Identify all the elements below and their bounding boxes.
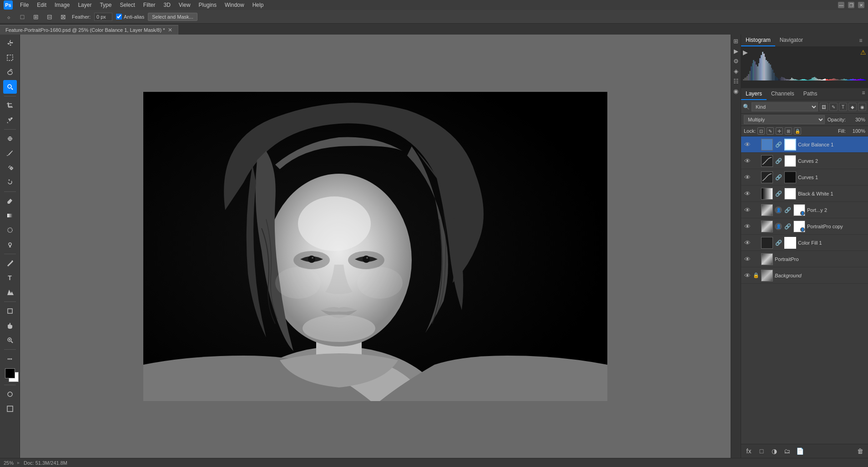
new-selection-icon[interactable]: □ bbox=[17, 12, 27, 22]
app-icon[interactable]: Ps bbox=[4, 0, 13, 10]
edit-in-quick-mask[interactable] bbox=[3, 387, 17, 401]
opacity-value[interactable]: 30% bbox=[847, 117, 865, 122]
lock-position-icon[interactable]: ✛ bbox=[776, 127, 783, 135]
add-mask-button[interactable]: □ bbox=[757, 446, 767, 456]
menu-layer[interactable]: Layer bbox=[74, 1, 95, 9]
blur-tool[interactable] bbox=[3, 223, 17, 237]
document-tab[interactable]: Feature-PortraitPro-1680.psd @ 25% (Colo… bbox=[0, 25, 178, 35]
tab-navigator[interactable]: Navigator bbox=[775, 35, 807, 46]
filter-pixel-icon[interactable]: 🖼 bbox=[820, 103, 828, 111]
layers-panel-menu[interactable]: ≡ bbox=[859, 88, 868, 97]
menu-file[interactable]: File bbox=[16, 1, 32, 9]
shape-tool[interactable] bbox=[3, 304, 17, 318]
menu-3d[interactable]: 3D bbox=[160, 1, 174, 9]
marquee-tool[interactable] bbox=[3, 51, 17, 65]
feather-input[interactable] bbox=[94, 13, 112, 21]
eyedropper-tool[interactable] bbox=[3, 113, 17, 127]
filter-type-icon[interactable]: T bbox=[839, 103, 847, 111]
menu-plugins[interactable]: Plugins bbox=[195, 1, 220, 9]
layer-row[interactable]: 👁 🔒 Background bbox=[741, 267, 868, 284]
hand-tool[interactable] bbox=[3, 319, 17, 332]
dodge-tool[interactable] bbox=[3, 238, 17, 251]
tool-preset-icon[interactable]: ⬦ bbox=[4, 12, 14, 22]
restore-button[interactable]: ❐ bbox=[848, 2, 854, 8]
layer-row[interactable]: 👁 🔗 Curves 1 bbox=[741, 169, 868, 186]
visibility-icon[interactable]: 👁 bbox=[744, 272, 751, 279]
filter-shape-icon[interactable]: ◆ bbox=[848, 103, 857, 111]
menu-select[interactable]: Select bbox=[116, 1, 138, 9]
layer-row[interactable]: 👁 🔗 Color Balance 1 bbox=[741, 136, 868, 153]
panel-menu-icon[interactable]: ≡ bbox=[856, 36, 865, 45]
healing-brush-tool[interactable] bbox=[3, 132, 17, 146]
layer-row[interactable]: 👁 👤 🔗 👤 Port...y 2 bbox=[741, 202, 868, 218]
libraries-icon[interactable]: ☷ bbox=[732, 76, 741, 85]
menu-filter[interactable]: Filter bbox=[140, 1, 159, 9]
pen-tool[interactable] bbox=[3, 256, 17, 270]
layer-row[interactable]: 👁 PortraitPro bbox=[741, 251, 868, 267]
clone-stamp-tool[interactable] bbox=[3, 161, 17, 175]
filter-adjust-icon[interactable]: ✎ bbox=[829, 103, 838, 111]
minimize-button[interactable]: — bbox=[838, 2, 844, 8]
gradient-tool[interactable] bbox=[3, 209, 17, 222]
tab-paths[interactable]: Paths bbox=[799, 88, 822, 100]
subtract-selection-icon[interactable]: ⊟ bbox=[45, 12, 55, 22]
visibility-icon[interactable]: 👁 bbox=[744, 223, 751, 230]
fill-value[interactable]: 100% bbox=[847, 128, 865, 134]
zoom-tool[interactable] bbox=[3, 333, 17, 347]
lock-artboard-icon[interactable]: ⊞ bbox=[785, 127, 792, 135]
lock-image-icon[interactable]: ✎ bbox=[767, 127, 774, 135]
adjustment-icon[interactable]: ◈ bbox=[732, 66, 741, 75]
settings-icon[interactable]: ⚙ bbox=[732, 56, 741, 65]
delete-layer-button[interactable]: 🗑 bbox=[855, 446, 865, 456]
layer-row[interactable]: 👁 👤 🔗 👤 PortraitPro copy bbox=[741, 218, 868, 235]
new-layer-button[interactable]: 📄 bbox=[795, 446, 805, 456]
menu-window[interactable]: Window bbox=[221, 1, 248, 9]
visibility-icon[interactable]: 👁 bbox=[744, 190, 751, 197]
menu-type[interactable]: Type bbox=[96, 1, 115, 9]
quick-select-tool[interactable] bbox=[3, 80, 17, 94]
screen-mode[interactable] bbox=[3, 402, 17, 416]
layer-row[interactable]: 👁 🔗 Black & White 1 bbox=[741, 186, 868, 202]
visibility-icon[interactable]: 👁 bbox=[744, 239, 751, 246]
filter-smart-icon[interactable]: ◉ bbox=[858, 103, 866, 111]
crop-tool[interactable] bbox=[3, 99, 17, 112]
new-group-button[interactable]: 🗂 bbox=[782, 446, 792, 456]
history-brush-tool[interactable] bbox=[3, 176, 17, 189]
menu-view[interactable]: View bbox=[175, 1, 194, 9]
kind-dropdown[interactable]: Kind bbox=[752, 102, 818, 111]
lasso-tool[interactable] bbox=[3, 65, 17, 79]
blend-mode-dropdown[interactable]: Multiply bbox=[744, 115, 825, 124]
eraser-tool[interactable] bbox=[3, 194, 17, 208]
tab-channels[interactable]: Channels bbox=[767, 88, 799, 100]
switch-workspace-icon[interactable]: ⊞ bbox=[732, 36, 741, 45]
add-selection-icon[interactable]: ⊞ bbox=[31, 12, 41, 22]
menu-image[interactable]: Image bbox=[51, 1, 73, 9]
visibility-icon[interactable]: 👁 bbox=[744, 256, 751, 263]
lock-all-icon[interactable]: 🔒 bbox=[794, 127, 801, 135]
play-action-icon[interactable]: ▶ bbox=[732, 46, 741, 55]
document-tab-close[interactable]: ✕ bbox=[168, 27, 172, 33]
tab-layers[interactable]: Layers bbox=[741, 88, 767, 100]
close-button[interactable]: ✕ bbox=[858, 2, 864, 8]
select-mask-button[interactable]: Select and Mask... bbox=[148, 13, 197, 21]
histogram-play-icon[interactable]: ▶ bbox=[743, 49, 748, 56]
move-tool[interactable] bbox=[3, 36, 17, 50]
new-fill-layer-button[interactable]: ◑ bbox=[769, 446, 779, 456]
brush-tool[interactable] bbox=[3, 146, 17, 160]
3d-icon[interactable]: ◉ bbox=[732, 86, 741, 95]
visibility-icon[interactable]: 👁 bbox=[744, 206, 751, 214]
tab-histogram[interactable]: Histogram bbox=[741, 35, 775, 46]
more-tools[interactable]: ••• bbox=[3, 352, 17, 366]
foreground-color[interactable] bbox=[5, 368, 15, 378]
intersect-selection-icon[interactable]: ⊠ bbox=[58, 12, 68, 22]
lock-transparent-icon[interactable]: ⊡ bbox=[757, 127, 765, 135]
visibility-icon[interactable]: 👁 bbox=[744, 174, 751, 181]
anti-alias-checkbox[interactable]: Anti-alias bbox=[116, 14, 144, 20]
type-tool[interactable]: T bbox=[3, 271, 17, 285]
zoom-level[interactable]: 25% bbox=[4, 460, 14, 466]
menu-edit[interactable]: Edit bbox=[33, 1, 50, 9]
layer-fx-button[interactable]: fx bbox=[744, 446, 754, 456]
visibility-icon[interactable]: 👁 bbox=[744, 157, 751, 165]
layer-row[interactable]: 👁 🔗 Curves 2 bbox=[741, 153, 868, 169]
path-selection-tool[interactable] bbox=[3, 286, 17, 299]
